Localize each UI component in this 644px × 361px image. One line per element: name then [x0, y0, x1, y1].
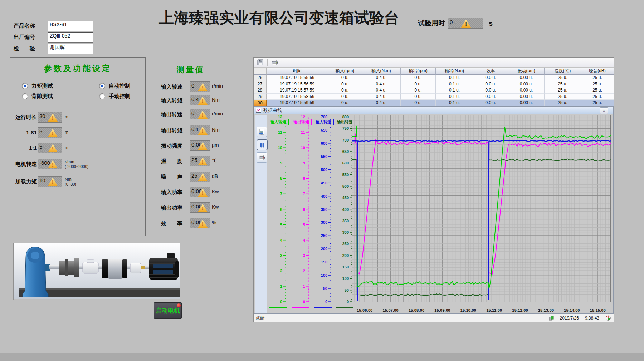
plot-area[interactable]	[352, 115, 611, 302]
svg-text:4: 4	[303, 238, 306, 242]
param-value: 5	[39, 144, 42, 150]
param-label: 1:1	[12, 145, 37, 151]
radio-背隙测试[interactable]: 背隙测试	[22, 93, 53, 100]
param-label: 运行时长	[12, 114, 37, 121]
chart-print-button[interactable]	[257, 152, 267, 163]
svg-text:600: 600	[342, 161, 349, 165]
pause-button[interactable]	[257, 139, 268, 150]
table-row[interactable]: 2719.07.19 15:56:590 u.0.4 u.0 u.0.1 u.0…	[254, 81, 614, 88]
radio-label: 背隙测试	[31, 93, 53, 100]
column-header[interactable]: 振动(μm)	[508, 68, 545, 75]
svg-text:1: 1	[303, 284, 305, 288]
table-cell: 0.1 u.	[436, 81, 473, 88]
svg-text:200: 200	[321, 247, 327, 251]
svg-text:6: 6	[280, 207, 282, 212]
column-header[interactable]: 效率	[473, 68, 508, 75]
param-value-box[interactable]: -600!	[38, 159, 62, 169]
svg-text:50: 50	[323, 286, 327, 291]
svg-text:100: 100	[342, 276, 349, 281]
table-cell: 0 u.	[328, 100, 362, 106]
warning-icon: !	[48, 160, 58, 168]
svg-text:400: 400	[342, 207, 349, 212]
param-value-box[interactable]: 5!	[38, 143, 62, 153]
measurement-value-box: 0!	[190, 109, 210, 119]
svg-text:350: 350	[321, 207, 327, 212]
radio-力矩测试[interactable]: 力矩测试	[22, 83, 53, 89]
param-row: 运行时长30!m	[10, 112, 143, 123]
save-icon	[257, 59, 263, 65]
status-network-cell	[546, 315, 557, 322]
measurement-value-box: 0.4!	[190, 95, 210, 105]
table-cell: 0 u.	[401, 75, 436, 81]
table-cell: 0 u.	[401, 100, 436, 106]
svg-text:2: 2	[280, 269, 282, 273]
legend-line-输出转矩	[292, 307, 309, 308]
x-tick-label: 15:09:00	[431, 308, 454, 312]
data-window: 时间输入(rpm)输入(N.m)输出(rpm)输出(N.m)效率振动(μm)温度…	[253, 57, 614, 322]
table-row[interactable]: 2919.07.19 15:58:590 u.0.4 u.0 u.0.1 u.0…	[254, 94, 614, 100]
form-input-0[interactable]: BSX-81	[48, 21, 93, 31]
param-row: 1:815!m	[10, 127, 143, 138]
save-button[interactable]	[255, 58, 265, 67]
table-row[interactable]: 2619.07.19 15:55:590 u.0.4 u.0 u.0.1 u.0…	[254, 75, 614, 81]
table-cell: 25 u.	[545, 100, 581, 106]
window-edge-line	[3, 11, 3, 352]
svg-text:8: 8	[303, 176, 305, 180]
svg-text:5: 5	[303, 223, 305, 227]
column-header[interactable]: 噪音(dB)	[581, 68, 614, 75]
y-axis-输入转速: 0501001502002503003504004505005506006507…	[312, 114, 333, 307]
measurement-label: 效 率	[161, 220, 182, 227]
column-header[interactable]: 输入(rpm)	[328, 68, 362, 75]
table-cell: 0.1 u.	[436, 94, 473, 100]
form-input-2[interactable]: 谢国辉	[48, 44, 93, 54]
table-cell: 25 u.	[581, 75, 614, 81]
param-value-box[interactable]: 5!	[38, 127, 62, 138]
close-icon[interactable]: ×	[600, 107, 608, 114]
radio-circle	[99, 83, 105, 89]
svg-text:650: 650	[342, 149, 349, 154]
column-header[interactable]: 温度(℃)	[545, 68, 581, 75]
x-tick-label: 15:12:00	[509, 308, 532, 312]
test-timer: 试验用时 0 ! s	[418, 18, 493, 29]
table-cell: 25 u.	[581, 94, 614, 100]
radio-手动控制[interactable]: 手动控制	[99, 93, 130, 100]
column-header[interactable]: 输入(N.m)	[362, 68, 401, 75]
column-header[interactable]: 时间	[267, 68, 328, 75]
param-value-box[interactable]: 10!	[38, 176, 62, 187]
measurement-value-box: 0.1!	[190, 125, 210, 135]
start-motor-button[interactable]: 启动电机	[154, 302, 182, 319]
radio-自动控制[interactable]: 自动控制	[99, 83, 130, 89]
table-row[interactable]: 2819.07.19 15:57:590 u.0.4 u.0 u.0.1 u.0…	[254, 87, 614, 94]
form-input-1[interactable]: ZQⅢ-052	[48, 32, 93, 43]
svg-text:800: 800	[342, 115, 349, 119]
table-cell: 0.00 u.	[508, 94, 545, 100]
radio-circle	[22, 93, 28, 99]
alarm-status-icon	[605, 315, 611, 321]
measurement-value-box: 0.00!	[190, 202, 210, 213]
param-range: (0~30)	[65, 182, 76, 186]
timer-unit: s	[489, 19, 493, 28]
column-header[interactable]: 输出(N.m)	[436, 68, 473, 75]
legend-line-输入转矩	[269, 307, 287, 308]
measurement-label: 输入转矩	[161, 97, 182, 104]
measurement-label: 温 度	[161, 158, 182, 165]
warning-icon: !	[198, 110, 208, 119]
param-value-box[interactable]: 30!	[38, 112, 62, 123]
svg-text:5: 5	[280, 223, 282, 227]
table-cell: 25 u.	[581, 81, 614, 88]
table-corner-cell	[254, 68, 267, 75]
legend-line-输入转速	[314, 307, 332, 308]
param-value: 5	[39, 128, 42, 134]
param-row: 1:15!m	[10, 143, 143, 153]
export-report-button[interactable]	[257, 127, 267, 137]
x-tick-label: 15:07:00	[379, 308, 402, 312]
table-row[interactable]: 3019.07.19 15:59:590 u.0.4 u.0 u.0.1 u.0…	[254, 100, 614, 106]
svg-text:500: 500	[342, 184, 349, 188]
column-header[interactable]: 输出(rpm)	[401, 68, 436, 75]
y-axis-输出转矩: 0123456789101112	[290, 114, 311, 307]
print-button[interactable]	[270, 58, 280, 67]
radio-label: 自动控制	[109, 83, 130, 89]
measurement-unit: Kw	[212, 204, 219, 210]
measurement-label: 输入功率	[161, 189, 182, 196]
measurement-row: 效 率0.00!%	[161, 218, 243, 229]
